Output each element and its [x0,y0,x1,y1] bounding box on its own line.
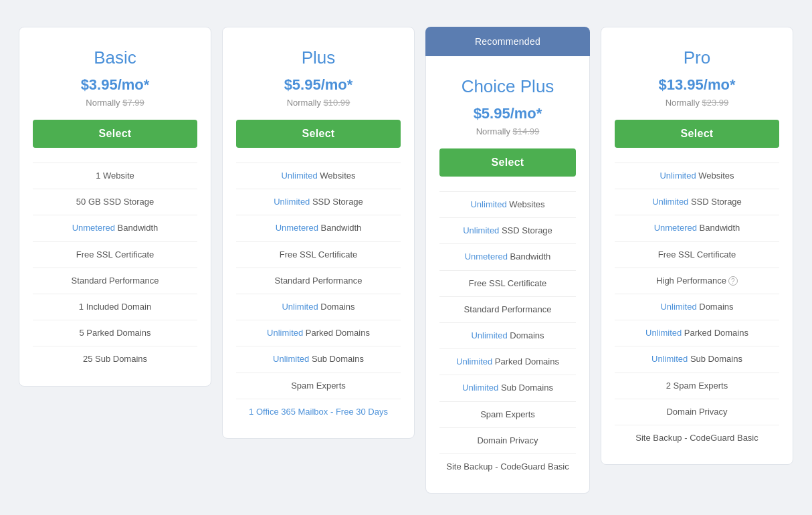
plan-name: Basic [33,47,197,68]
feature-highlight: Unmetered [465,251,510,262]
feature-item: 1 Website [33,163,197,189]
plan-price: $3.95/mo* [33,76,197,94]
plan-name: Plus [236,47,401,68]
plan-normal-price: Normally $7.99 [33,98,197,108]
pricing-container: Basic$3.95/mo*Normally $7.99Select1 Webs… [13,27,799,494]
feature-item: Unlimited SSD Storage [615,189,779,215]
feature-highlight: Unmetered [654,223,700,233]
plan-card-basic: Basic$3.95/mo*Normally $7.99Select1 Webs… [19,27,211,387]
feature-item: 2 Spam Experts [615,373,779,399]
feature-item: Free SSL Certificate [615,241,779,268]
feature-item: Domain Privacy [439,427,576,453]
feature-item: Domain Privacy [615,399,779,425]
features-list: Unlimited WebsitesUnlimited SSD StorageU… [615,163,779,451]
feature-item: Spam Experts [236,373,401,399]
select-button-basic[interactable]: Select [33,120,197,148]
feature-item: Free SSL Certificate [439,270,576,296]
feature-item: Unlimited Parked Domains [236,320,401,346]
plan-card-pro: Pro$13.95/mo*Normally $23.99SelectUnlimi… [601,27,793,465]
plan-card-choice-plus: Choice Plus$5.95/mo*Normally $14.99Selec… [425,56,590,494]
plan-price: $5.95/mo* [439,105,576,122]
feature-item: Unlimited Sub Domains [236,346,401,372]
select-button-choice-plus[interactable]: Select [439,148,576,177]
feature-item: Standard Performance [236,268,401,294]
feature-item: Unlimited Sub Domains [615,346,779,372]
feature-item: Unlimited SSD Storage [236,189,401,215]
feature-item: Site Backup - CodeGuard Basic [615,425,779,451]
features-list: Unlimited WebsitesUnlimited SSD StorageU… [236,163,401,425]
feature-item: Free SSL Certificate [33,241,197,268]
feature-item: Unlimited Websites [615,163,779,189]
feature-item: Unlimited Parked Domains [439,348,576,375]
feature-highlight: Unlimited [659,171,698,181]
feature-item: High Performance? [615,268,779,294]
feature-highlight: Unlimited [281,171,320,181]
plan-name: Choice Plus [439,76,576,97]
plan-name: Pro [615,47,779,68]
feature-highlight: Unlimited [470,199,509,209]
features-list: Unlimited WebsitesUnlimited SSD StorageU… [439,191,576,480]
feature-item: Standard Performance [439,296,576,322]
plan-normal-price: Normally $14.99 [439,126,576,136]
select-button-plus[interactable]: Select [236,120,401,148]
feature-highlight: Unlimited [267,328,306,338]
plan-normal-price: Normally $10.99 [236,98,401,108]
feature-item: 5 Parked Domains [33,320,197,346]
feature-highlight: Unlimited [282,302,320,312]
plan-normal-price: Normally $23.99 [615,98,779,108]
feature-highlight: Unlimited [651,354,690,364]
feature-highlight: Unlimited [660,302,699,312]
help-icon[interactable]: ? [728,276,738,286]
feature-highlight: Unlimited [645,328,684,338]
feature-highlight: Unlimited [462,383,501,393]
feature-item: 1 Office 365 Mailbox - Free 30 Days [236,399,401,425]
feature-highlight: Unmetered [276,223,321,233]
plan-price: $13.95/mo* [615,76,779,94]
feature-link[interactable]: 1 Office 365 Mailbox - Free 30 Days [249,407,388,417]
feature-highlight: Unlimited [273,354,312,364]
feature-highlight: Unlimited [471,330,510,340]
feature-item: Unlimited Sub Domains [439,375,576,401]
feature-item: Unlimited Domains [439,322,576,348]
feature-highlight: Unlimited [652,197,691,207]
plan-price: $5.95/mo* [236,76,401,94]
feature-item: 25 Sub Domains [33,346,197,372]
feature-item: Unlimited Websites [236,163,401,189]
feature-item: Standard Performance [33,268,197,294]
feature-item: Unmetered Bandwidth [439,243,576,270]
feature-item: Unlimited Parked Domains [615,320,779,346]
feature-item: 50 GB SSD Storage [33,189,197,215]
feature-item: Unlimited SSD Storage [439,217,576,243]
plan-wrapper-choice-plus: RecommendedChoice Plus$5.95/mo*Normally … [425,27,590,494]
feature-highlight: Unlimited [463,225,502,235]
feature-highlight: Unlimited [274,197,312,207]
feature-item: Unmetered Bandwidth [33,215,197,241]
features-list: 1 Website50 GB SSD StorageUnmetered Band… [33,163,197,373]
feature-item: Unlimited Domains [236,294,401,320]
feature-item: Unmetered Bandwidth [615,215,779,241]
feature-item: 1 Included Domain [33,294,197,320]
feature-item: Unmetered Bandwidth [236,215,401,241]
feature-item: Free SSL Certificate [236,241,401,268]
feature-item: Site Backup - CodeGuard Basic [439,453,576,480]
feature-item: Spam Experts [439,401,576,427]
select-button-pro[interactable]: Select [615,120,779,148]
recommended-badge: Recommended [425,27,590,56]
feature-highlight: Unlimited [456,356,495,367]
plan-card-plus: Plus$5.95/mo*Normally $10.99SelectUnlimi… [222,27,415,439]
feature-item: Unlimited Websites [439,191,576,217]
feature-item: Unlimited Domains [615,294,779,320]
feature-highlight: Unmetered [72,223,118,233]
